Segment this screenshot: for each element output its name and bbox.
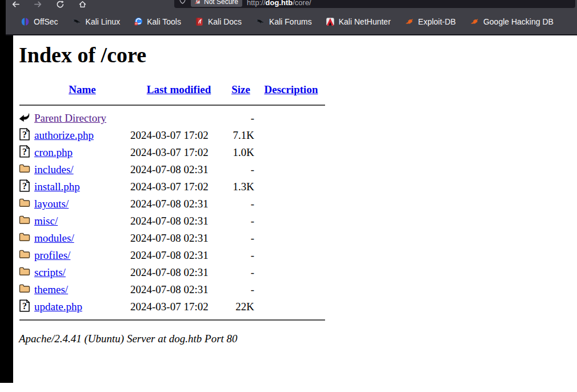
home-button[interactable] (78, 0, 87, 9)
sort-by-description-link[interactable]: Description (265, 83, 318, 95)
folder-icon (19, 215, 30, 225)
file-description-value (257, 127, 326, 144)
security-label: Not Secure (204, 0, 238, 6)
file-description-value (257, 264, 326, 281)
bookmark-icon (255, 17, 265, 26)
file-link[interactable]: authorize.php (34, 129, 94, 141)
last-modified-value: 2024-07-08 02:31 (130, 230, 227, 247)
bookmark-item[interactable]: Kali Linux (72, 17, 121, 26)
table-row: Parent Directory - (19, 110, 326, 127)
last-modified-value: 2024-07-08 02:31 (130, 161, 227, 178)
svg-text:?: ? (22, 301, 27, 311)
bookmark-item[interactable]: Exploit-DB (404, 17, 456, 26)
exploit-db-icon (404, 17, 414, 26)
file-link[interactable]: profiles/ (34, 249, 70, 261)
folder-icon (19, 249, 30, 259)
file-link[interactable]: misc/ (34, 215, 58, 227)
file-link[interactable]: scripts/ (34, 266, 66, 278)
unknown-file-icon: ? (19, 145, 30, 158)
table-row: ? authorize.php 2024-03-07 17:02 7.1K (19, 127, 326, 144)
kali-tools-icon (134, 17, 143, 26)
file-size-value: - (227, 281, 257, 298)
shield-icon[interactable] (179, 0, 186, 7)
url-scheme: http:// (247, 0, 266, 7)
file-type-icon (19, 161, 34, 178)
reload-button[interactable] (56, 0, 65, 9)
sort-by-last-modified-link[interactable]: Last modified (147, 83, 211, 95)
bookmark-item[interactable]: Kali Tools (134, 17, 181, 26)
last-modified-value: 2024-03-07 17:02 (130, 144, 227, 161)
divider (19, 105, 325, 106)
kali-dragon-icon (72, 17, 82, 26)
bookmarks-bar: OffSec Kali Linux Kali Tools Kali Docs K… (6, 9, 577, 35)
file-link[interactable]: cron.php (34, 146, 73, 158)
bookmark-icon (72, 17, 82, 26)
file-description-value (257, 247, 326, 264)
bookmark-label: Kali NetHunter (339, 17, 391, 26)
folder-icon (19, 163, 30, 173)
file-description-value (257, 144, 326, 161)
bookmark-icon (195, 17, 204, 26)
file-link[interactable]: update.php (34, 301, 82, 313)
bookmark-icon (470, 17, 479, 26)
file-type-icon: ? (19, 127, 34, 144)
table-row: misc/ 2024-07-08 02:31 - (19, 213, 326, 230)
url-bar[interactable]: Not Secure http://dog.htb/core/ (174, 0, 575, 8)
navigation-toolbar: Not Secure http://dog.htb/core/ (6, 0, 577, 9)
bookmark-item[interactable]: OffSec (21, 17, 58, 26)
bookmark-label: Kali Docs (208, 17, 242, 26)
kali-docs-icon (195, 17, 204, 26)
file-size-value: - (227, 247, 257, 264)
url-text[interactable]: http://dog.htb/core/ (247, 0, 311, 7)
file-link[interactable]: themes/ (34, 283, 68, 295)
bookmark-item[interactable]: Google Hacking DB (470, 17, 554, 26)
bookmark-icon (404, 17, 414, 26)
sort-by-size-link[interactable]: Size (231, 83, 250, 95)
folder-icon (19, 232, 30, 242)
file-description-value (257, 178, 326, 195)
url-domain: dog.htb (266, 0, 293, 7)
file-link[interactable]: layouts/ (34, 198, 69, 210)
browser-chrome: Not Secure http://dog.htb/core/ OffSec K… (6, 0, 577, 35)
exploit-db-icon (470, 17, 479, 26)
bookmark-label: OffSec (34, 17, 58, 26)
bookmark-label: Kali Tools (147, 17, 181, 26)
bookmark-item[interactable]: Kali Docs (195, 17, 242, 26)
file-size-value: 1.0K (227, 144, 257, 161)
file-link[interactable]: Parent Directory (34, 112, 106, 124)
sort-by-name-link[interactable]: Name (69, 83, 95, 95)
security-chip[interactable]: Not Secure (191, 0, 242, 7)
file-description-value (257, 213, 326, 230)
kali-dragon-icon (255, 17, 265, 26)
file-size-value: 22K (227, 298, 257, 315)
last-modified-value: 2024-07-08 02:31 (130, 247, 227, 264)
table-row: ? install.php 2024-03-07 17:02 1.3K (19, 178, 326, 195)
file-type-icon (19, 110, 34, 127)
bookmark-item[interactable]: Kali Forums (255, 17, 312, 26)
file-link[interactable]: modules/ (34, 232, 74, 244)
file-description-value (257, 195, 326, 213)
screen-edge-left-inner (6, 35, 13, 383)
bookmark-label: Kali Forums (269, 17, 312, 26)
table-row: themes/ 2024-07-08 02:31 - (19, 281, 326, 298)
rule-row (19, 315, 326, 325)
file-link[interactable]: includes/ (34, 163, 74, 175)
file-size-value: - (227, 110, 257, 127)
bookmark-item[interactable]: Kali NetHunter (326, 17, 391, 26)
last-modified-value: 2024-07-08 02:31 (130, 281, 227, 298)
back-button[interactable] (11, 0, 20, 9)
file-type-icon: ? (19, 298, 34, 315)
svg-text:?: ? (22, 181, 27, 191)
screen-edge-left (0, 0, 6, 383)
file-link[interactable]: install.php (34, 181, 80, 193)
file-size-value: - (227, 213, 257, 230)
file-size-value: - (227, 195, 257, 213)
forward-button[interactable] (34, 0, 42, 9)
bookmark-icon (326, 17, 335, 26)
file-type-icon (19, 230, 34, 247)
table-row: scripts/ 2024-07-08 02:31 - (19, 264, 326, 281)
file-type-icon (19, 281, 34, 298)
kali-nethunter-icon (326, 17, 335, 26)
file-size-value: 7.1K (227, 127, 257, 144)
table-row: layouts/ 2024-07-08 02:31 - (19, 195, 326, 213)
